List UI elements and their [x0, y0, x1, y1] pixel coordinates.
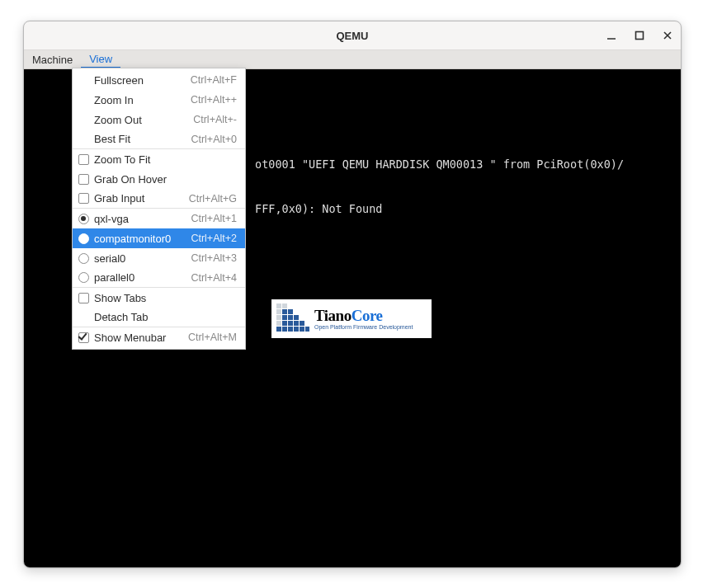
checkbox-icon: [78, 193, 89, 205]
svg-rect-21: [294, 327, 299, 332]
menu-item-label: Show Menubar: [94, 332, 166, 344]
title-bar: QEMU: [24, 21, 681, 49]
svg-rect-16: [294, 321, 299, 326]
menu-item-label: qxl-vga: [94, 213, 129, 225]
logo-squares-icon: [276, 303, 309, 335]
minimize-icon: [606, 30, 617, 41]
svg-rect-18: [276, 327, 281, 332]
menu-best-fit[interactable]: Best Fit Ctrl+Alt+0: [73, 129, 245, 149]
minimize-button[interactable]: [605, 29, 618, 42]
menu-item-accel: Ctrl+Alt+M: [188, 332, 237, 343]
svg-rect-8: [288, 309, 293, 314]
svg-rect-4: [276, 303, 281, 308]
menu-item-accel: Ctrl+Alt+3: [191, 252, 237, 264]
window-title: QEMU: [337, 30, 369, 42]
close-button[interactable]: [661, 29, 674, 42]
logo-text: TianoCore Open Platform Firmware Develop…: [314, 308, 413, 330]
menu-item-accel: Ctrl+Alt+G: [189, 193, 237, 205]
checkbox-icon: [78, 153, 89, 165]
tianocore-logo: TianoCore Open Platform Firmware Develop…: [271, 299, 432, 338]
menu-bar: Machine View: [24, 49, 681, 69]
svg-rect-17: [300, 321, 304, 326]
radio-icon: [78, 252, 89, 264]
menu-item-label: Show Tabs: [94, 292, 146, 304]
svg-rect-12: [294, 315, 299, 320]
menu-item-label: Zoom To Fit: [94, 153, 150, 166]
svg-rect-6: [276, 309, 281, 314]
maximize-button[interactable]: [633, 29, 646, 42]
svg-rect-15: [288, 321, 293, 326]
menu-item-label: Best Fit: [94, 133, 130, 145]
maximize-icon: [634, 30, 645, 41]
menu-item-label: parallel0: [94, 271, 134, 284]
radio-icon: [78, 233, 89, 244]
menu-item-label: serial0: [94, 252, 125, 265]
svg-rect-22: [300, 327, 304, 332]
svg-rect-13: [276, 321, 281, 326]
menu-item-accel: Ctrl+Alt+-: [193, 114, 237, 125]
window-controls: [605, 21, 674, 49]
menu-compatmonitor0[interactable]: compatmonitor0 Ctrl+Alt+2: [73, 228, 245, 248]
menu-item-label: Zoom In: [94, 94, 134, 106]
menu-machine[interactable]: Machine: [24, 50, 81, 68]
svg-rect-19: [282, 327, 287, 332]
menu-item-label: Zoom Out: [94, 114, 142, 126]
menu-item-label: Detach Tab: [94, 311, 149, 323]
svg-rect-1: [636, 32, 644, 40]
menu-item-accel: Ctrl+Alt+0: [191, 134, 237, 145]
menu-grab-on-hover[interactable]: Grab On Hover: [73, 169, 245, 189]
svg-rect-23: [305, 327, 309, 332]
menu-item-label: Grab On Hover: [94, 173, 167, 186]
menu-parallel0[interactable]: parallel0 Ctrl+Alt+4: [73, 268, 245, 288]
checkbox-icon: [78, 292, 89, 303]
svg-rect-11: [288, 315, 293, 320]
svg-rect-7: [282, 309, 287, 314]
menu-detach-tab[interactable]: Detach Tab: [73, 308, 245, 327]
menu-item-accel: Ctrl+Alt++: [191, 94, 237, 106]
menu-item-label: Fullscreen: [94, 74, 144, 87]
svg-rect-20: [288, 327, 293, 332]
menu-view[interactable]: View: [81, 50, 120, 68]
menu-serial0[interactable]: serial0 Ctrl+Alt+3: [73, 248, 245, 268]
menu-item-accel: Ctrl+Alt+2: [191, 233, 237, 244]
menu-zoom-out[interactable]: Zoom Out Ctrl+Alt+-: [73, 110, 245, 129]
menu-item-accel: Ctrl+Alt+F: [191, 74, 237, 86]
logo-subtitle: Open Platform Firmware Development: [314, 324, 413, 330]
menu-show-menubar[interactable]: Show Menubar Ctrl+Alt+M: [73, 327, 245, 347]
menu-grab-input[interactable]: Grab Input Ctrl+Alt+G: [73, 189, 245, 209]
svg-rect-9: [276, 315, 281, 320]
checkbox-icon: [78, 173, 89, 185]
menu-show-tabs[interactable]: Show Tabs: [73, 288, 245, 308]
menu-item-label: Grab Input: [94, 192, 144, 205]
menu-zoom-in[interactable]: Zoom In Ctrl+Alt++: [73, 90, 245, 110]
menu-zoom-to-fit[interactable]: Zoom To Fit: [73, 149, 245, 169]
menu-item-label: compatmonitor0: [94, 233, 171, 245]
svg-rect-10: [282, 315, 287, 320]
view-dropdown: Fullscreen Ctrl+Alt+F Zoom In Ctrl+Alt++…: [72, 68, 246, 350]
menu-fullscreen[interactable]: Fullscreen Ctrl+Alt+F: [73, 70, 245, 90]
menu-item-accel: Ctrl+Alt+4: [191, 272, 237, 284]
svg-rect-14: [282, 321, 287, 326]
close-icon: [662, 30, 673, 41]
radio-icon: [78, 272, 89, 284]
menu-qxl-vga[interactable]: qxl-vga Ctrl+Alt+1: [73, 209, 245, 228]
menu-item-accel: Ctrl+Alt+1: [191, 213, 237, 224]
svg-rect-5: [282, 303, 287, 308]
logo-brand: TianoCore: [314, 308, 413, 323]
radio-icon: [78, 213, 89, 224]
checkbox-icon: [78, 332, 89, 343]
